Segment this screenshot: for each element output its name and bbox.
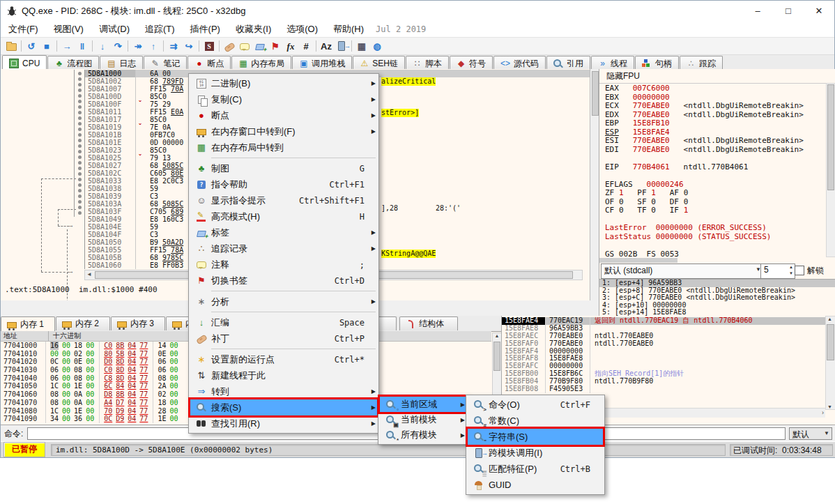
step-over-button[interactable]: ↷ (110, 39, 125, 53)
breakpoint-dot[interactable] (78, 206, 82, 209)
breakpoint-dot[interactable] (78, 167, 82, 170)
menu-item-search[interactable]: 搜索(S)▶ (190, 399, 377, 415)
register-line[interactable]: LastStatus 00000000 (STATUS_SUCCESS) (599, 233, 827, 242)
breakpoint-dot[interactable] (78, 133, 82, 137)
scroll-up-icon[interactable]: ▲ (493, 333, 500, 338)
breakpoint-dot[interactable] (78, 128, 82, 131)
scrollbar-thumb[interactable] (827, 84, 834, 190)
register-line[interactable]: CF 0 TF 0 IF 1 (599, 206, 827, 215)
labels-button[interactable] (252, 39, 268, 53)
strings-button[interactable]: Az (319, 39, 334, 53)
menu-item-copy[interactable]: 复制(C)▶ (190, 91, 377, 107)
calling-convention-select[interactable]: 默认 (stdcall)▼ (601, 264, 764, 279)
menu-item-new-origin[interactable]: ∗设置新的运行点Ctrl+* (190, 351, 377, 367)
internet-button[interactable]: ◍ (369, 39, 385, 53)
command-profile-select[interactable]: 默认▼ (789, 427, 832, 440)
menu-item-guid[interactable]: GUID (468, 477, 603, 493)
breakpoint-dot[interactable] (78, 83, 82, 86)
breakpoint-dot[interactable] (78, 150, 82, 153)
open-file-button[interactable] (3, 39, 19, 53)
breakpoint-list-button[interactable]: ⚑ (268, 39, 283, 53)
breakpoint-dot[interactable] (78, 200, 82, 204)
menu-item-help[interactable]: 指令帮助Ctrl+F1 (190, 176, 377, 192)
stack-v-scrollbar[interactable]: ▲ ▼ (825, 316, 835, 410)
breakpoint-dot[interactable] (78, 72, 82, 75)
minimize-button[interactable]: – (742, 1, 773, 22)
menu-item-binary[interactable]: 二进制(B)▶ (190, 75, 377, 91)
modules-button[interactable] (334, 39, 349, 53)
call-argument-row[interactable]: 1: [esp+4] 96A59BB3 (599, 280, 835, 287)
run-button[interactable]: → (59, 39, 75, 53)
breakpoint-dot[interactable] (78, 194, 82, 198)
comments-button[interactable] (237, 39, 252, 53)
tab-handles[interactable]: 句柄 (635, 56, 679, 70)
stack-row[interactable]: 15E8FB08F45905E3 (502, 385, 825, 393)
registers-h-scrollbar-thumb[interactable] (599, 258, 677, 263)
register-line[interactable]: EIP 770B4061 ntdll.770B4061 (599, 163, 827, 172)
stack-row[interactable]: 15E8FAF0770EABE0ntdll.770EABE0 (502, 340, 825, 348)
pause-button[interactable]: ‖ (75, 39, 90, 53)
run-to-user-code-button[interactable]: ⇉ (166, 39, 181, 53)
breakpoint-dot[interactable] (78, 94, 82, 98)
menu-item-patch[interactable]: 补丁Ctrl+P (190, 330, 377, 346)
menu-item-bookmark[interactable]: ⚑切换书签Ctrl+D (190, 273, 377, 289)
menu-item-new-thread[interactable]: ⇅新建线程于此 (190, 367, 377, 383)
menu-item-tracerecord[interactable]: ∴追踪记录▶ (190, 240, 377, 257)
menu-item-tip[interactable]: ☺显示指令提示Ctrl+Shift+F1 (190, 192, 377, 208)
breakpoint-dot[interactable] (78, 100, 82, 103)
menu-item-find-ref[interactable]: 查找引用(R)▶ (190, 415, 377, 432)
tab-graph[interactable]: ♣流程图 (47, 56, 99, 70)
unlock-checkbox[interactable] (795, 266, 804, 275)
step-into-button[interactable]: ↓ (95, 39, 110, 53)
pattern-button[interactable]: # (298, 39, 314, 53)
argument-count-stepper[interactable]: 5▲▼ (760, 264, 795, 279)
close-button[interactable]: ✕ (804, 1, 834, 22)
scrollbar-thumb[interactable] (493, 342, 500, 371)
breakpoint-dot[interactable] (78, 105, 82, 109)
menu-item-mag-cmd[interactable]: >命令(O)Ctrl+F (468, 397, 603, 413)
scroll-up-icon[interactable]: ▲ (826, 316, 834, 321)
tab-memmap[interactable]: ▦内存布局 (231, 56, 291, 70)
breakpoint-dot[interactable] (78, 139, 82, 142)
menubar-item[interactable]: 选项(O) (279, 22, 325, 37)
scrollbar-thumb[interactable] (827, 324, 834, 360)
menu-item-comment[interactable]: 注释; (190, 257, 377, 273)
menu-item-analyze[interactable]: ∗分析▶ (190, 293, 377, 310)
menu-item-mag-all[interactable]: *所有模块▶ (380, 427, 466, 443)
breakpoint-dot[interactable] (78, 211, 82, 215)
menu-item-mag-pattern[interactable]: ▒匹配特征(P)Ctrl+B (468, 461, 603, 477)
tab-notes[interactable]: ✎笔记 (144, 56, 187, 70)
tab-trace[interactable]: ∴跟踪 (680, 56, 723, 70)
breakpoint-dot-column[interactable] (74, 70, 84, 217)
patches-button[interactable] (222, 39, 237, 53)
spinner-arrows-icon[interactable]: ▲▼ (789, 264, 793, 277)
tab-log[interactable]: ▤日志 (100, 56, 143, 70)
tab-seh[interactable]: ⚠SEH链 (353, 56, 405, 70)
menu-item-highlight[interactable]: 高亮模式(H)H (190, 208, 377, 224)
register-line[interactable]: EDI 770EABE0 <ntdll.DbgUiRemoteBreakin> (599, 146, 827, 155)
breakpoint-dot[interactable] (78, 155, 82, 159)
menubar-item[interactable]: 帮助(H) (325, 22, 371, 37)
step-out-button[interactable]: ↑ (146, 39, 161, 53)
dump-tab-3[interactable]: 内存 3 (111, 316, 165, 330)
scroll-left-icon[interactable]: ◄ (86, 271, 92, 277)
scrollbar-thumb[interactable] (592, 71, 599, 116)
calculator-button[interactable]: ▦ (354, 39, 369, 53)
scylla-button[interactable] (201, 39, 217, 53)
menubar-item[interactable]: 追踪(T) (137, 22, 183, 37)
menu-item-mag-module[interactable]: ▣当前模块▶ (380, 412, 466, 427)
dump-tab-2[interactable]: 内存 2 (56, 316, 110, 330)
tab-breakpoints[interactable]: ●断点 (187, 56, 231, 70)
menu-item-goto[interactable]: ⇒转到▶ (190, 383, 377, 399)
breakpoint-dot[interactable] (78, 161, 82, 165)
hide-fpu-button[interactable]: 隐藏FPU (599, 69, 835, 84)
menu-item-mag-const[interactable]: #常数(C) (468, 413, 603, 429)
breakpoint-dot[interactable] (78, 77, 82, 81)
restart-button[interactable]: ↺ (24, 39, 39, 53)
maximize-button[interactable]: □ (773, 1, 804, 22)
function-analysis-button[interactable]: fx (283, 39, 298, 53)
menu-item-label[interactable]: 标签▶ (190, 224, 377, 240)
disassembly-v-scrollbar[interactable] (590, 69, 599, 300)
breakpoint-dot[interactable] (78, 178, 82, 181)
scroll-right-icon[interactable]: › (822, 409, 824, 416)
